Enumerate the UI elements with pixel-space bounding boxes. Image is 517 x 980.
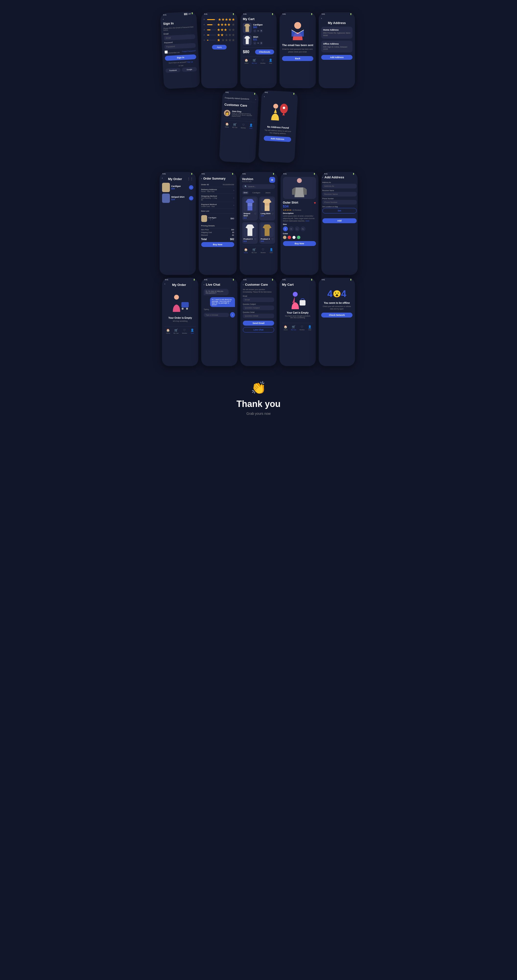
my-cart-phone: 9:41 🔋 My Cart Cardigan $80 <box>240 12 277 88</box>
chat-send-button[interactable]: › <box>230 312 235 318</box>
nav-home-care-top[interactable]: 🏠Home <box>225 122 229 128</box>
back-btn-signin[interactable]: ‹ <box>163 16 194 21</box>
signup-link[interactable]: Sign up <box>187 61 193 63</box>
remember-label[interactable]: Remember me <box>165 50 180 54</box>
tab-jeans[interactable]: Jeans <box>264 191 272 194</box>
back-btn-addaddr[interactable]: ‹ <box>322 176 323 178</box>
nav-user-veshion[interactable]: 👤User <box>270 248 273 253</box>
nav-wishlist-cart-empty[interactable]: ♡Wishlist <box>300 325 305 331</box>
nav-cart-cart[interactable]: 🛒My Cart <box>252 59 257 64</box>
forgot-password-link[interactable]: Forgot Password? <box>182 50 196 52</box>
color-tan[interactable] <box>283 236 286 239</box>
size-m[interactable]: M <box>289 226 294 231</box>
facebook-btn[interactable]: Facebook <box>165 68 181 73</box>
heart-icon-4[interactable]: ♡ <box>271 238 274 242</box>
careform-subject-input[interactable] <box>243 305 274 310</box>
color-white[interactable] <box>292 236 296 239</box>
heart-icon-3[interactable]: ♡ <box>254 238 256 242</box>
nav-home-cart-empty[interactable]: 🏠Home <box>284 325 288 331</box>
back-btn-no-addr[interactable]: ‹ <box>264 95 295 99</box>
buy-now-summary[interactable]: Buy Now <box>201 242 234 247</box>
size-s[interactable]: S <box>283 226 288 231</box>
nav-home-cart[interactable]: 🏠Home <box>244 59 249 64</box>
summary-shipping-row[interactable]: Shipping Method Fast Delivery - 1 Day$2 … <box>201 194 234 202</box>
password-input[interactable] <box>164 43 196 49</box>
heart-icon-striped[interactable]: ♡ <box>254 212 256 219</box>
size-xl[interactable]: XL <box>301 226 306 231</box>
heart-icon-outer[interactable]: ♥ <box>314 201 316 205</box>
nav-user-order-empty[interactable]: 👤User <box>190 329 194 334</box>
nav-wishlist-veshion[interactable]: ♡Wishlist <box>260 248 266 253</box>
tab-jacket[interactable]: Jacket <box>274 191 275 194</box>
desc-text-outer: Lorem ipsum dolor sit amet, consectetur … <box>283 215 316 222</box>
color-red[interactable] <box>288 236 291 239</box>
order-item-info-cardigan: Cardigan $80 <box>171 185 187 190</box>
menu-icon-myorder[interactable]: ⋮⋮ <box>187 177 193 181</box>
qty-minus-cardigan[interactable]: - <box>253 29 257 33</box>
back-btn-livechat[interactable]: ‹ <box>204 283 205 286</box>
qty-minus-shirt[interactable]: - <box>253 41 257 45</box>
back-btn-summary[interactable]: ‹ <box>201 177 202 180</box>
add-address-button-1[interactable]: Add Address <box>321 55 352 60</box>
faq-item-1[interactable]: Frequently Asked Questions › <box>224 95 256 102</box>
signin-button[interactable]: Sign In <box>165 54 196 61</box>
nav-user-cart-empty[interactable]: 👤User <box>308 325 312 331</box>
add-address-submit[interactable]: Add <box>322 218 357 223</box>
product-card-striped[interactable]: Striped Shirt $34 ♡ <box>242 196 258 221</box>
send-email-button[interactable]: Send Email <box>243 321 274 326</box>
color-green[interactable] <box>297 236 300 239</box>
qty-minus-summary[interactable]: - <box>209 219 209 221</box>
qty-plus-cardigan[interactable]: + <box>260 29 263 33</box>
nav-wishlist-care-top[interactable]: ♡Wishlist <box>241 123 246 129</box>
qty-plus-shirt[interactable]: + <box>260 41 263 45</box>
careform-detail-input[interactable] <box>243 313 274 318</box>
tab-cardigan[interactable]: Cardigan <box>251 191 262 194</box>
buy-now-outer[interactable]: Buy Now <box>283 241 316 246</box>
receiver-name-input[interactable] <box>322 192 357 196</box>
qty-plus-summary[interactable]: + <box>212 219 213 221</box>
tab-shirt[interactable]: Shirt <box>242 191 249 194</box>
pricing-shipping-label: Shipping Cost <box>201 232 212 233</box>
product-card-3[interactable]: Product 3 $28 ♡ <box>242 222 258 244</box>
remember-checkbox[interactable] <box>165 51 168 54</box>
summary-payment-row[interactable]: Payment Method Credit Card - Visa › <box>201 202 234 209</box>
careform-email-input[interactable] <box>243 298 274 302</box>
back-btn-order-empty[interactable]: ‹ <box>165 283 165 285</box>
nav-user-cart[interactable]: 👤User <box>269 59 273 64</box>
veshion-phone: 9:41 🔋 Veshion Find your style ⊞ 🔍 Searc… <box>239 172 278 275</box>
check-network-button[interactable]: Check Network <box>321 313 352 318</box>
live-chat-careform-button[interactable]: Live Chat <box>243 327 274 332</box>
email-sent-svg <box>288 21 308 40</box>
nav-cart-order-empty[interactable]: 🛒My Cart <box>174 329 179 334</box>
address-as-input[interactable] <box>322 184 357 188</box>
status-icons-cart: 🔋 <box>271 13 274 15</box>
summary-delivery-row[interactable]: Delivery Address Home - New York › <box>201 187 234 194</box>
heart-icon-long[interactable]: ♡ <box>271 212 274 217</box>
phone-number-input[interactable] <box>322 200 357 205</box>
add-address-button-2[interactable]: Add Address <box>264 136 291 142</box>
nav-wishlist-cart[interactable]: ♡Wishlist <box>260 59 266 64</box>
set-location-button[interactable]: Set <box>322 208 357 213</box>
nav-cart-veshion[interactable]: 🛒My Cart <box>252 248 257 253</box>
product-card-4[interactable]: Product 4 $45 ♡ <box>259 222 275 244</box>
search-bar-veshion[interactable]: 🔍 Search... <box>242 184 275 189</box>
filter-button-veshion[interactable]: ⊞ <box>269 177 275 183</box>
chat-message-input[interactable] <box>204 313 229 317</box>
more-link-outer[interactable]: more <box>306 220 309 222</box>
nav-cart-cart-empty[interactable]: 🛒My Cart <box>291 325 296 331</box>
apply-button[interactable]: Apply <box>212 45 227 49</box>
nav-home-veshion[interactable]: 🏠Home <box>244 248 248 253</box>
checkout-button[interactable]: Checkouts <box>255 49 274 54</box>
nav-home-order-empty[interactable]: 🏠Home <box>166 329 170 334</box>
google-btn[interactable]: Google <box>182 67 197 72</box>
nav-wishlist-order-empty[interactable]: ♡Wishlist <box>182 329 187 334</box>
back-btn-myorder[interactable]: ‹ <box>162 177 163 179</box>
back-button-email[interactable]: Back <box>282 56 313 61</box>
back-btn-careform[interactable]: ‹ <box>243 283 244 286</box>
email-input[interactable] <box>164 34 195 41</box>
back-btn-address[interactable]: ‹ <box>321 17 352 20</box>
product-card-long[interactable]: Long Shirt $34 ♡ <box>259 196 275 221</box>
nav-cart-care-top[interactable]: 🛒My Cart <box>232 123 238 128</box>
nav-user-care-top[interactable]: 👤User <box>249 124 253 129</box>
size-l[interactable]: L <box>295 226 300 231</box>
